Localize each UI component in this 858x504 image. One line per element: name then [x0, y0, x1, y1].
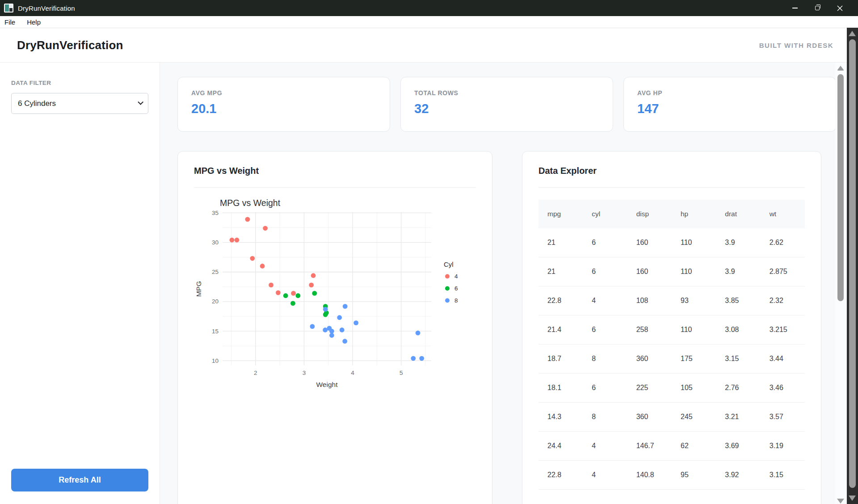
- table-cell: 6: [583, 257, 627, 286]
- table-cell: 245: [672, 403, 716, 432]
- table-cell: 2.32: [761, 286, 805, 315]
- table-row: 22.84140.8953.923.15: [538, 461, 805, 490]
- table-cell: 2.76: [716, 374, 760, 403]
- table-cell: 2.62: [761, 228, 805, 257]
- svg-text:10: 10: [212, 357, 219, 364]
- column-header-hp: hp: [672, 200, 716, 228]
- table-cell: 2.875: [761, 257, 805, 286]
- svg-text:4: 4: [351, 370, 354, 376]
- scroll-up-icon[interactable]: [849, 31, 856, 36]
- table-cell: 18.7: [538, 344, 583, 374]
- svg-text:MPG: MPG: [195, 281, 202, 297]
- table-cell: 258: [627, 315, 672, 344]
- stat-label: AVG MPG: [191, 89, 376, 97]
- table-cell: 6: [583, 315, 627, 344]
- chart-card: MPG vs Weight MPG vs Weight1015202530352…: [177, 151, 492, 504]
- chart-card-title: MPG vs Weight: [194, 166, 476, 176]
- table-cell: 146.7: [627, 432, 672, 461]
- svg-text:MPG vs Weight: MPG vs Weight: [220, 198, 281, 208]
- restore-icon: [815, 6, 820, 10]
- window-scrollbar[interactable]: [847, 28, 858, 504]
- table-cell: 105: [672, 374, 716, 403]
- table-body: 2161601103.92.622161601103.92.87522.8410…: [538, 228, 805, 490]
- table-cell: 22.8: [538, 286, 583, 315]
- table-row: 18.162251052.763.46: [538, 374, 805, 403]
- refresh-all-button[interactable]: Refresh All: [11, 469, 148, 491]
- table-cell: 3.08: [716, 315, 760, 344]
- table-cell: 93: [672, 286, 716, 315]
- table-cell: 3.92: [716, 461, 760, 490]
- table-cell: 360: [627, 344, 672, 374]
- table-cell: 21: [538, 228, 583, 257]
- table-row: 18.783601753.153.44: [538, 344, 805, 374]
- svg-text:25: 25: [212, 269, 219, 275]
- table-cell: 6: [583, 228, 627, 257]
- table-cell: 6: [583, 374, 627, 403]
- table-cell: 3.85: [716, 286, 760, 315]
- close-icon: [837, 5, 843, 11]
- column-header-drat: drat: [716, 200, 760, 228]
- minimize-button[interactable]: [784, 0, 806, 16]
- table-cell: 3.9: [716, 228, 760, 257]
- svg-text:Weight: Weight: [316, 381, 338, 388]
- table-cell: 21: [538, 257, 583, 286]
- table-cell: 8: [583, 403, 627, 432]
- content-scrollbar[interactable]: [835, 63, 846, 504]
- table-cell: 21.4: [538, 315, 583, 344]
- divider: [194, 187, 476, 188]
- menu-bar: File Help: [0, 16, 858, 28]
- table-cell: 3.9: [716, 257, 760, 286]
- stat-card-total-rows: TOTAL ROWS 32: [400, 77, 613, 132]
- table-cell: 95: [672, 461, 716, 490]
- svg-text:5: 5: [400, 370, 403, 376]
- table-cell: 3.57: [761, 403, 805, 432]
- table-cell: 3.69: [716, 432, 760, 461]
- svg-text:2: 2: [254, 370, 257, 376]
- scroll-up-icon[interactable]: [837, 66, 844, 71]
- table-cell: 160: [627, 257, 672, 286]
- app-icon: [4, 4, 13, 13]
- table-cell: 160: [627, 228, 672, 257]
- minimize-icon: [792, 8, 798, 8]
- stat-label: AVG HP: [637, 89, 822, 97]
- table-row: 22.84108933.852.32: [538, 286, 805, 315]
- mpg-weight-chart: MPG vs Weight1015202530352345WeightMPGCy…: [194, 197, 476, 395]
- table-cell: 3.19: [761, 432, 805, 461]
- data-explorer-title: Data Explorer: [538, 166, 805, 176]
- stat-label: TOTAL ROWS: [414, 89, 599, 97]
- table-row: 14.383602453.213.57: [538, 403, 805, 432]
- cylinder-filter-select[interactable]: 6 Cylinders: [11, 93, 148, 114]
- table-cell: 8: [583, 344, 627, 374]
- table-row: 21.462581103.083.215: [538, 315, 805, 344]
- stat-card-avg-hp: AVG HP 147: [623, 77, 836, 132]
- table-cell: 175: [672, 344, 716, 374]
- table-cell: 108: [627, 286, 672, 315]
- scroll-down-icon[interactable]: [837, 499, 844, 504]
- close-button[interactable]: [829, 0, 851, 16]
- table-cell: 360: [627, 403, 672, 432]
- table-cell: 14.3: [538, 403, 583, 432]
- menu-item-file[interactable]: File: [4, 18, 15, 26]
- data-table: mpgcyldisphpdratwt 2161601103.92.6221616…: [538, 200, 805, 490]
- column-header-cyl: cyl: [583, 200, 627, 228]
- stat-card-avg-mpg: AVG MPG 20.1: [177, 77, 390, 132]
- mpg-weight-scatter-svg: MPG vs Weight1015202530352345WeightMPGCy…: [194, 197, 482, 393]
- page-title: DryRunVerification: [17, 38, 123, 52]
- table-cell: 225: [627, 374, 672, 403]
- table-row: 24.44146.7623.693.19: [538, 432, 805, 461]
- svg-text:6: 6: [454, 285, 458, 292]
- svg-text:3: 3: [303, 370, 306, 376]
- svg-text:30: 30: [212, 239, 219, 246]
- maximize-restore-button[interactable]: [806, 0, 829, 16]
- content-scrollbar-thumb[interactable]: [837, 74, 844, 301]
- svg-text:15: 15: [212, 328, 219, 335]
- scroll-down-icon[interactable]: [849, 496, 856, 501]
- sidebar: DATA FILTER 6 Cylinders Refresh All: [0, 63, 160, 504]
- table-row: 2161601103.92.875: [538, 257, 805, 286]
- stats-row: AVG MPG 20.1 TOTAL ROWS 32 AVG HP 147: [177, 77, 836, 132]
- column-header-wt: wt: [761, 200, 805, 228]
- column-header-disp: disp: [627, 200, 672, 228]
- menu-item-help[interactable]: Help: [27, 18, 41, 26]
- window-scrollbar-thumb[interactable]: [849, 39, 856, 488]
- table-cell: 18.1: [538, 374, 583, 403]
